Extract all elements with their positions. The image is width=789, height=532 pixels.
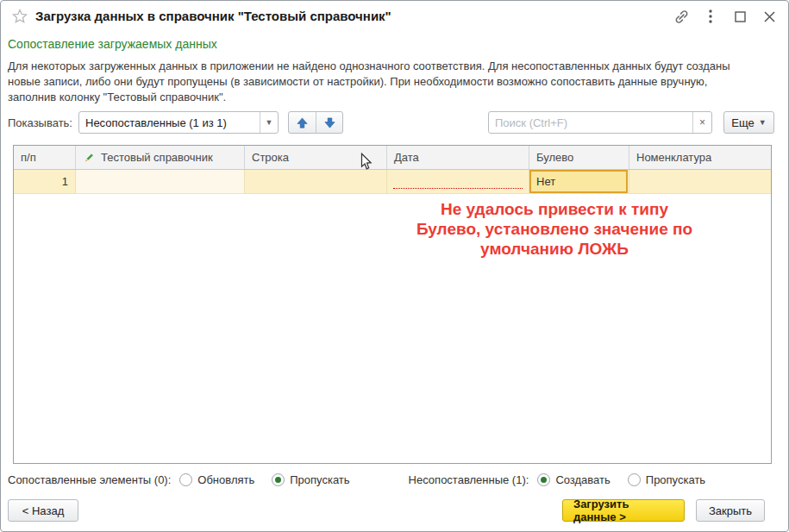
radio-circle-icon [179,473,192,486]
search-input[interactable] [489,112,692,133]
column-header-nomenclature[interactable]: Номенклатура [629,146,771,169]
filter-dropdown[interactable]: Несопоставленные (1 из 1) ▼ [78,111,279,134]
radio-circle-icon [537,473,550,486]
maximize-icon[interactable] [730,7,750,26]
link-icon[interactable] [671,7,692,26]
matched-label: Сопоставленные элементы (0): [8,473,171,486]
cell-boolean[interactable]: Нет [529,170,629,193]
chevron-down-icon[interactable]: ▼ [260,112,278,133]
page-subtitle: Сопоставление загружаемых данных [8,37,217,51]
column-header-test-ref[interactable]: Тестовый справочник [76,146,245,169]
radio-circle-icon [272,473,285,486]
radio-matched-update[interactable]: Обновлять [179,473,254,486]
window-title: Загрузка данных в справочник "Тестовый с… [35,9,391,23]
search-clear-icon[interactable]: × [692,112,711,133]
column-header-string[interactable]: Строка [245,146,387,169]
pencil-icon [83,152,95,164]
column-header-num[interactable]: п/п [14,146,76,169]
column-header-boolean[interactable]: Булево [529,146,629,169]
favorite-star-icon[interactable] [11,8,28,25]
error-annotation-line3: умолчанию ЛОЖЬ [385,239,723,259]
column-header-date[interactable]: Дата [387,146,529,169]
move-down-button[interactable] [316,112,342,133]
chevron-down-icon: ▼ [759,118,767,127]
cell-nomenclature[interactable] [629,170,771,193]
cell-test-ref[interactable] [76,170,245,193]
show-label: Показывать: [8,116,72,129]
load-data-button[interactable]: Загрузить данные > [562,499,685,522]
table-header-row: п/п Тестовый справочник Строка Дата Буле… [14,146,771,170]
cell-date[interactable] [387,170,529,193]
cell-string[interactable] [245,170,387,193]
close-button[interactable]: Закрыть [696,499,765,522]
move-up-button[interactable] [289,112,316,133]
titlebar: Загрузка данных в справочник "Тестовый с… [1,1,788,32]
radio-unmatched-skip[interactable]: Пропускать [628,473,705,486]
footer-options: Сопоставленные элементы (0): Обновлять П… [8,473,723,486]
radio-matched-skip[interactable]: Пропускать [272,473,349,486]
error-underline [393,188,523,189]
close-icon[interactable] [759,7,780,26]
description-text: Для некоторых загруженных данных в прило… [8,59,749,105]
radio-unmatched-create[interactable]: Создавать [537,473,610,486]
more-button-label: Еще [731,116,754,129]
toolbar: Показывать: Несопоставленные (1 из 1) ▼ … [1,111,789,134]
mapping-table: п/п Тестовый справочник Строка Дата Буле… [13,145,772,464]
cell-row-number[interactable]: 1 [14,170,76,193]
window: Загрузка данных в справочник "Тестовый с… [0,0,789,532]
unmatched-label: Несопоставленные (1): [409,473,529,486]
menu-kebab-icon[interactable] [700,7,721,26]
back-button[interactable]: < Назад [8,499,78,522]
search-box: × [488,111,712,134]
move-buttons [288,111,343,134]
more-button[interactable]: Еще ▼ [723,111,774,134]
selected-cell-boolean[interactable]: Нет [529,170,628,193]
error-annotation-line1: Не удалось привести к типу [385,199,723,219]
error-annotation: Не удалось привести к типу Булево, устан… [385,199,723,259]
error-annotation-line2: Булево, установлено значение по [385,219,723,239]
radio-circle-icon [628,473,641,486]
table-row[interactable]: 1 Нет [14,170,771,194]
filter-dropdown-value: Несопоставленные (1 из 1) [79,116,260,129]
